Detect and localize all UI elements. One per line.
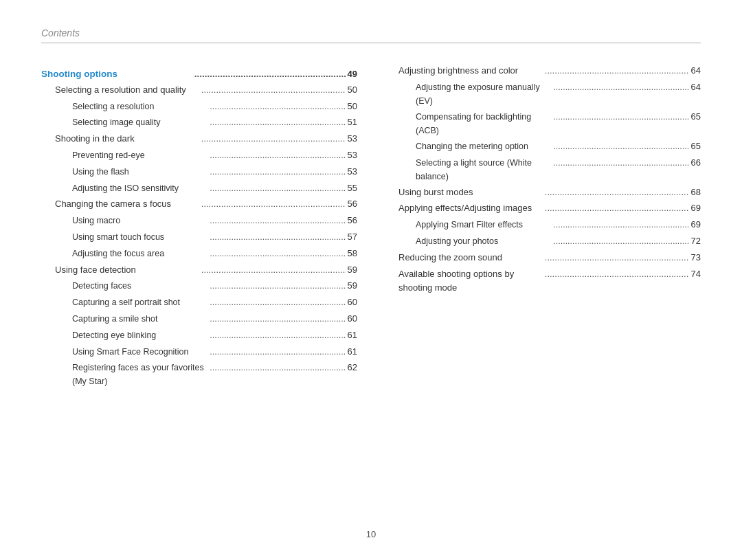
entry-label: Changing the camera s focus — [55, 197, 171, 212]
dots: ........................................… — [210, 181, 345, 195]
page-number-ref: 49 — [348, 67, 357, 82]
page-number-ref: 65 — [691, 110, 701, 124]
toc-entry: Using face detection ...................… — [41, 263, 357, 278]
dots: ........................................… — [545, 251, 689, 265]
header-title: Contents — [41, 27, 80, 38]
entry-label: Compensating for backlighting (ACB) — [416, 110, 551, 137]
entry-label: Adjusting the focus area — [72, 247, 164, 260]
toc-entry: Adjusting the focus area ...............… — [41, 247, 357, 261]
dots: ........................................… — [210, 312, 345, 326]
entry-label: Using Smart Face Recognition — [72, 345, 189, 359]
dots: ........................................… — [553, 234, 688, 248]
toc-entry: Adjusting the ISO sensitivity ..........… — [41, 181, 357, 196]
page-number-ref: 59 — [348, 263, 357, 278]
dots: ........................................… — [545, 64, 689, 78]
toc-entry: Selecting image quality ................… — [41, 115, 357, 130]
toc-entry: Using the flash ........................… — [41, 165, 357, 179]
entry-label: Preventing red-eye — [72, 148, 145, 162]
entry-label: Selecting a resolution and quality — [55, 83, 186, 98]
dots: ........................................… — [210, 100, 345, 113]
dots: ........................................… — [553, 110, 688, 124]
page-number-ref: 62 — [348, 361, 357, 375]
entry-label: Using face detection — [55, 263, 136, 278]
dots: ........................................… — [201, 197, 346, 212]
toc-entry: Applying Smart Filter effects ..........… — [385, 218, 701, 232]
toc-entry: Applying effects/Adjusting images ......… — [385, 201, 701, 216]
dots: ........................................… — [545, 267, 689, 282]
page: Contents Shooting options ..............… — [0, 0, 742, 560]
page-number-ref: 53 — [348, 132, 357, 146]
toc-entry: Capturing a self portrait shot .........… — [41, 295, 357, 310]
page-number-ref: 74 — [691, 267, 701, 282]
toc-entry: Registering faces as your favorites (My … — [41, 361, 357, 388]
page-number-ref: 68 — [691, 186, 701, 200]
page-number: 10 — [366, 529, 376, 539]
left-column: Shooting options .......................… — [41, 64, 357, 390]
page-number-ref: 72 — [691, 234, 701, 249]
page-number-ref: 60 — [348, 312, 357, 326]
page-number-ref: 60 — [348, 295, 357, 310]
entry-label: Changing the metering option — [416, 139, 528, 153]
page-number-ref: 51 — [348, 115, 357, 130]
toc-entry: Selecting a resolution .................… — [41, 100, 357, 114]
dots: ........................................… — [210, 165, 345, 179]
entry-label[interactable]: Shooting options — [41, 67, 117, 82]
entry-label: Applying Smart Filter effects — [416, 218, 523, 232]
entry-label: Using smart touch focus — [72, 230, 164, 244]
page-number-ref: 66 — [691, 156, 701, 170]
page-number-ref: 56 — [348, 197, 357, 212]
toc-entry: Using burst modes ......................… — [385, 186, 701, 200]
page-number-ref: 61 — [348, 345, 357, 359]
dots: ........................................… — [210, 279, 345, 293]
dots: ........................................… — [553, 156, 688, 170]
dots: ........................................… — [553, 139, 688, 153]
dots: ........................................… — [210, 247, 345, 260]
dots: ........................................… — [545, 201, 689, 216]
toc-entry: Selecting a resolution and quality .....… — [41, 83, 357, 98]
dots: ........................................… — [201, 83, 346, 98]
toc-entry: Detecting faces ........................… — [41, 279, 357, 293]
page-number-ref: 57 — [348, 230, 357, 245]
entry-label: Capturing a smile shot — [72, 312, 157, 326]
page-number-ref: 58 — [348, 247, 357, 261]
page-number-ref: 65 — [691, 139, 701, 154]
dots: ........................................… — [210, 328, 345, 342]
page-footer: 10 — [0, 529, 742, 539]
toc-entry: Using macro ............................… — [41, 214, 357, 228]
entry-label: Using the flash — [72, 165, 129, 179]
toc-entry: Preventing red-eye .....................… — [41, 148, 357, 163]
dots: ........................................… — [210, 214, 345, 227]
entry-label: Available shooting options by shooting m… — [398, 267, 543, 296]
dots: ........................................… — [210, 115, 345, 129]
dots: ........................................… — [210, 230, 345, 244]
entry-label: Adjusting the exposure manually (EV) — [416, 80, 551, 108]
entry-label: Detecting faces — [72, 279, 131, 293]
dots: ........................................… — [553, 218, 688, 232]
entry-label: Applying effects/Adjusting images — [398, 201, 532, 216]
entry-label: Selecting a resolution — [72, 100, 155, 113]
toc-entry: Adjusting brightness and color .........… — [385, 64, 701, 78]
toc-entry: Capturing a smile shot .................… — [41, 312, 357, 326]
page-number-ref: 64 — [691, 80, 701, 95]
toc-entry: Changing the camera s focus ............… — [41, 197, 357, 212]
entry-label: Adjusting your photos — [416, 234, 498, 248]
toc-content: Shooting options .......................… — [41, 64, 701, 390]
entry-label: Using burst modes — [398, 186, 473, 200]
toc-entry: Reducing the zoom sound ................… — [385, 251, 701, 265]
page-number-ref: 53 — [348, 165, 357, 179]
dots: ........................................… — [210, 295, 345, 309]
entry-label: Selecting image quality — [72, 115, 161, 129]
dots: ........................................… — [553, 80, 688, 94]
dots: ........................................… — [210, 345, 345, 359]
toc-entry: Compensating for backlighting (ACB) ....… — [385, 110, 701, 137]
page-header: Contents — [41, 27, 701, 43]
entry-label: Selecting a light source (White balance) — [416, 156, 551, 183]
entry-label: Capturing a self portrait shot — [72, 295, 180, 309]
dots: ........................................… — [210, 361, 345, 374]
entry-label: Detecting eye blinking — [72, 328, 156, 342]
dots: ........................................… — [201, 132, 346, 146]
toc-entry: Selecting a light source (White balance)… — [385, 156, 701, 183]
toc-entry: Shooting in the dark ...................… — [41, 132, 357, 146]
toc-entry: Adjusting the exposure manually (EV) ...… — [385, 80, 701, 108]
page-number-ref: 50 — [348, 83, 357, 98]
